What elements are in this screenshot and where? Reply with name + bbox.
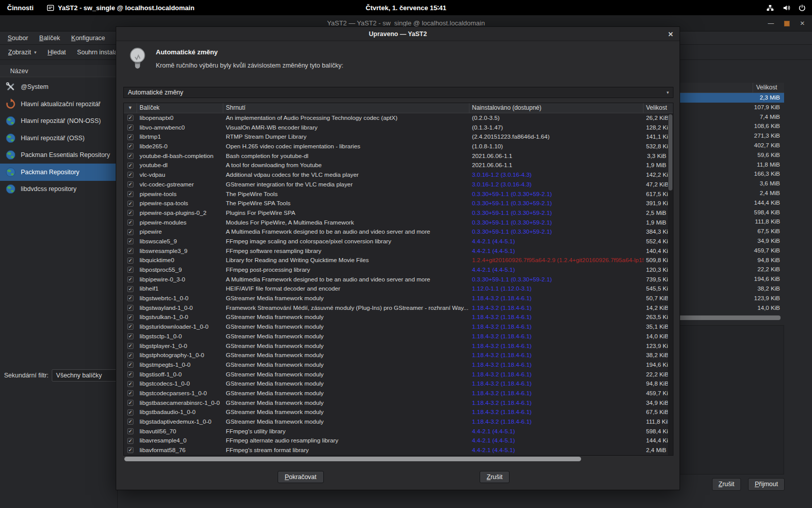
volume-icon[interactable]	[782, 4, 791, 12]
sidebar-item[interactable]: Packman Essentials Repository	[0, 146, 118, 164]
package-checkbox[interactable]: ✓	[127, 371, 133, 377]
package-row[interactable]: ✓libavresample4_0FFmpeg alternate audio …	[124, 436, 668, 446]
package-checkbox[interactable]: ✓	[127, 258, 133, 264]
column-header-package[interactable]: Balíček	[137, 103, 223, 113]
package-row[interactable]: ✓libgstwayland-1_0-0Framework Streamován…	[124, 303, 668, 313]
accept-button[interactable]: Přijmout	[748, 478, 785, 491]
package-row[interactable]: ✓libswresample3_9FFmpeg software resampl…	[124, 246, 668, 256]
package-checkbox[interactable]: ✓	[127, 267, 133, 273]
size-column-header[interactable]: Velikost	[753, 83, 784, 93]
sidebar-item[interactable]: Hlavní repozitář (OSS)	[0, 130, 118, 147]
package-checkbox[interactable]: ✓	[127, 181, 133, 187]
package-checkbox[interactable]: ✓	[127, 390, 133, 396]
package-row[interactable]: ✓libpipewire-0_3-0A Multimedia Framework…	[124, 275, 668, 284]
package-checkbox[interactable]: ✓	[127, 219, 133, 226]
package-checkbox[interactable]: ✓	[127, 134, 133, 140]
package-checkbox[interactable]: ✓	[127, 428, 133, 434]
close-icon[interactable]: ✕	[668, 27, 673, 41]
package-checkbox[interactable]: ✓	[127, 447, 133, 453]
package-row[interactable]: ✓vlc-codec-gstreamerGStreamer integratio…	[124, 180, 668, 189]
package-checkbox[interactable]: ✓	[127, 115, 133, 121]
package-checkbox[interactable]: ✓	[127, 324, 133, 330]
network-icon[interactable]	[766, 4, 774, 12]
app-indicator[interactable]: YaST2 - sw_single @ localhost.localdomai…	[47, 4, 194, 12]
power-icon[interactable]	[798, 4, 806, 12]
package-row[interactable]: ✓pipewire-spa-toolsThe PipeWire SPA Tool…	[124, 199, 668, 208]
package-row[interactable]: ✓librtmp1RTMP Stream Dumper Library(2.4.…	[124, 132, 668, 142]
maximize-button[interactable]	[784, 21, 790, 26]
package-checkbox[interactable]: ✓	[127, 153, 133, 159]
package-checkbox[interactable]: ✓	[127, 210, 133, 216]
sidebar-item[interactable]: Hlavní aktualizační repozitář	[0, 96, 118, 113]
package-checkbox[interactable]: ✓	[127, 314, 133, 321]
package-checkbox[interactable]: ✓	[127, 381, 133, 387]
package-checkbox[interactable]: ✓	[127, 400, 133, 406]
package-checkbox[interactable]: ✓	[127, 143, 133, 149]
menu-0[interactable]: Soubor	[2, 33, 33, 44]
package-row[interactable]: ✓libheif1HEIF/AVIF file format decoder a…	[124, 284, 668, 294]
package-checkbox[interactable]: ✓	[127, 353, 133, 359]
package-row[interactable]: ✓libavutil56_70FFmpeg's utility library4…	[124, 427, 668, 436]
dialog-titlebar[interactable]: Upraveno — YaST2 ✕	[116, 27, 680, 41]
package-checkbox[interactable]: ✓	[127, 286, 133, 292]
package-row[interactable]: ✓libde265-0Open H.265 video codec implem…	[124, 142, 668, 151]
dialog-cancel-button[interactable]: Zrušit	[480, 471, 510, 483]
sidebar-item[interactable]: @System	[0, 78, 118, 96]
package-row[interactable]: ✓libgstbadaudio-1_0-0GStreamer Media fra…	[124, 407, 668, 417]
menu-2[interactable]: Konfigurace	[65, 33, 111, 44]
package-row[interactable]: ✓libgstisoff-1_0-0GStreamer Media framew…	[124, 370, 668, 379]
package-row[interactable]: ✓libgstvulkan-1_0-0GStreamer Media frame…	[124, 312, 668, 322]
activities-button[interactable]: Činnosti	[7, 4, 33, 12]
package-row[interactable]: ✓libgstphotography-1_0-0GStreamer Media …	[124, 351, 668, 360]
sidebar-item[interactable]: Hlavní repozitář (NON-OSS)	[0, 112, 118, 130]
window-close-button[interactable]: ✕	[800, 20, 805, 27]
package-row[interactable]: ✓libgstwebrtc-1_0-0GStreamer Media frame…	[124, 294, 668, 303]
minimize-button[interactable]: —	[768, 20, 774, 27]
cancel-button[interactable]: Zrušit	[712, 478, 741, 491]
vscrollbar-thumb[interactable]	[668, 114, 672, 190]
search-tab[interactable]: Hledat	[43, 47, 71, 58]
package-row[interactable]: ✓libgstplayer-1_0-0GStreamer Media frame…	[124, 341, 668, 351]
package-row[interactable]: ✓libvo-amrwbenc0VisualOn AMR-WB encoder …	[124, 123, 668, 133]
changes-filter-combo[interactable]: Automatické změny ▾	[123, 87, 673, 98]
package-row[interactable]: ✓libopenaptx0An implementation of Audio …	[124, 113, 668, 123]
package-checkbox[interactable]: ✓	[127, 191, 133, 197]
package-checkbox[interactable]: ✓	[127, 172, 133, 178]
package-row[interactable]: ✓libavformat58_76FFmpeg's stream format …	[124, 446, 668, 455]
package-row[interactable]: ✓pipewireA Multimedia Framework designed…	[124, 227, 668, 237]
package-checkbox[interactable]: ✓	[127, 409, 133, 416]
column-header-installed[interactable]: Nainstalováno (dostupné)	[469, 103, 644, 113]
clock[interactable]: Čtvrtek, 1. července 15∶41	[366, 4, 447, 12]
package-checkbox[interactable]: ✓	[127, 305, 133, 311]
package-row[interactable]: ✓libgstsctp-1_0-0GStreamer Media framewo…	[124, 332, 668, 341]
package-row[interactable]: ✓libgstmpegts-1_0-0GStreamer Media frame…	[124, 360, 668, 370]
package-checkbox[interactable]: ✓	[127, 333, 133, 339]
package-row[interactable]: ✓libgstcodecs-1_0-0GStreamer Media frame…	[124, 379, 668, 389]
repo-list-header[interactable]: Název	[0, 65, 117, 77]
package-row[interactable]: ✓youtube-dlA tool for downloading from Y…	[124, 161, 668, 170]
menu-1[interactable]: Balíček	[33, 33, 65, 44]
column-header-size[interactable]: Velikost	[644, 103, 669, 113]
package-checkbox[interactable]: ✓	[127, 238, 133, 244]
package-row[interactable]: ✓libquicktime0Library for Reading and Wr…	[124, 256, 668, 265]
package-checkbox[interactable]: ✓	[127, 343, 133, 349]
hscrollbar-thumb[interactable]	[124, 457, 581, 461]
package-checkbox[interactable]: ✓	[127, 124, 133, 131]
sort-icon[interactable]: ▼	[124, 103, 137, 113]
view-menubutton[interactable]: Zobrazit ▾	[3, 47, 42, 58]
package-checkbox[interactable]: ✓	[127, 201, 133, 207]
package-row[interactable]: ✓libgstcodecparsers-1_0-0GStreamer Media…	[124, 389, 668, 398]
package-checkbox[interactable]: ✓	[127, 419, 133, 425]
column-header-summary[interactable]: Shrnutí	[223, 103, 469, 113]
package-row[interactable]: ✓libpostproc55_9FFmpeg post-processing l…	[124, 265, 668, 275]
package-row[interactable]: ✓libswscale5_9FFmpeg image scaling and c…	[124, 237, 668, 246]
package-row[interactable]: ✓pipewire-modulesModules For PipeWire, A…	[124, 218, 668, 228]
package-checkbox[interactable]: ✓	[127, 438, 133, 444]
package-checkbox[interactable]: ✓	[127, 248, 133, 254]
package-row[interactable]: ✓pipewire-spa-plugins-0_2Plugins For Pip…	[124, 208, 668, 218]
package-row[interactable]: ✓youtube-dl-bash-completionBash completi…	[124, 151, 668, 161]
package-row[interactable]: ✓libgstadaptivedemux-1_0-0GStreamer Medi…	[124, 417, 668, 427]
sidebar-item[interactable]: Packman Repository	[0, 164, 118, 181]
package-row[interactable]: ✓libgstbasecamerabinsrc-1_0-0GStreamer M…	[124, 398, 668, 408]
package-checkbox[interactable]: ✓	[127, 276, 133, 282]
